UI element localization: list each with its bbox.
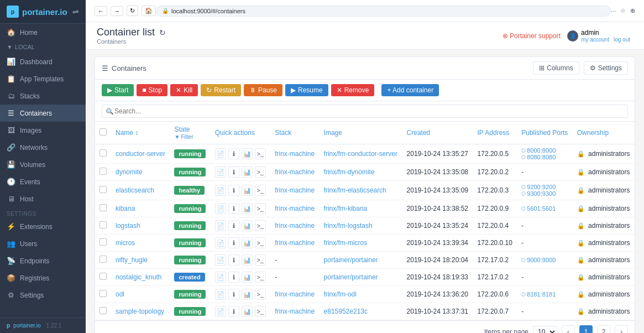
inspect-icon[interactable]: ℹ — [228, 272, 239, 283]
start-button[interactable]: ▶ Start — [102, 84, 134, 96]
admin-badge[interactable]: 👤 admin my account log out — [567, 29, 633, 43]
container-name-link[interactable]: logstash — [116, 222, 140, 230]
console-icon[interactable]: >_ — [255, 289, 266, 300]
logs-icon[interactable]: 📄 — [215, 185, 226, 196]
console-icon[interactable]: >_ — [255, 220, 266, 231]
image-link[interactable]: frinx/fm-kibana — [324, 205, 368, 212]
console-icon[interactable]: >_ — [255, 237, 266, 248]
row-checkbox[interactable] — [100, 168, 107, 175]
port-link[interactable]: ⬡8000:8000 — [521, 147, 568, 154]
row-checkbox[interactable] — [100, 238, 107, 246]
name-column-header[interactable]: Name ↕ — [111, 122, 170, 144]
extension-icon[interactable]: ⊕ — [630, 7, 635, 14]
stats-icon[interactable]: 📊 — [242, 237, 253, 248]
sidebar-item-images[interactable]: 🖼 Images — [0, 122, 86, 139]
stats-icon[interactable]: 📊 — [242, 148, 253, 159]
image-link[interactable]: e815952e213c — [324, 308, 368, 315]
browser-menu-icon[interactable]: ··· — [611, 8, 616, 14]
sidebar-item-networks[interactable]: 🔗 Networks — [0, 139, 86, 156]
sidebar-item-stacks[interactable]: 🗂 Stacks — [0, 87, 86, 105]
stack-link[interactable]: frinx-machine — [275, 186, 315, 194]
my-account-link[interactable]: my account — [581, 37, 609, 43]
console-icon[interactable]: >_ — [255, 148, 266, 159]
image-link[interactable]: portainer/portainer — [324, 273, 378, 281]
next-page-button[interactable]: › — [615, 325, 628, 333]
row-checkbox[interactable] — [100, 221, 107, 228]
inspect-icon[interactable]: ℹ — [228, 203, 239, 214]
stack-link[interactable]: frinx-machine — [275, 168, 315, 176]
stack-link[interactable]: frinx-machine — [275, 308, 315, 315]
sidebar-item-endpoints[interactable]: 📡 Endpoints — [0, 252, 86, 269]
sidebar-item-events[interactable]: 🕐 Events — [0, 173, 86, 190]
container-name-link[interactable]: conductor-server — [116, 150, 165, 158]
restart-button[interactable]: ↻ Restart — [201, 84, 241, 96]
ports-column-header[interactable]: Published Ports — [517, 122, 572, 144]
portainer-support-link[interactable]: ⊗ Portainer support — [502, 32, 561, 40]
port-link[interactable]: ⬡8181:8181 — [521, 291, 568, 298]
sidebar-item-extensions[interactable]: ⚡ Extensions — [0, 218, 86, 235]
row-checkbox[interactable] — [100, 273, 107, 280]
console-icon[interactable]: >_ — [255, 254, 266, 266]
sidebar-item-host[interactable]: 🖥 Host — [0, 190, 86, 207]
sidebar-item-users[interactable]: 👥 Users — [0, 235, 86, 252]
stats-icon[interactable]: 📊 — [242, 220, 253, 231]
port-link[interactable]: ⬡5601:5601 — [521, 205, 568, 212]
row-checkbox[interactable] — [100, 204, 107, 211]
inspect-icon[interactable]: ℹ — [228, 220, 239, 231]
stack-link[interactable]: frinx-machine — [275, 290, 315, 298]
port-link[interactable]: ⬡9000:9000 — [521, 257, 568, 263]
add-container-button[interactable]: + Add container — [381, 84, 439, 96]
image-link[interactable]: frinx/fm-micros — [324, 239, 368, 247]
stack-column-header[interactable]: Stack — [270, 122, 319, 144]
image-link[interactable]: frinx/fm-dynomite — [324, 168, 375, 176]
prev-page-button[interactable]: ‹ — [562, 325, 575, 333]
logs-icon[interactable]: 📄 — [215, 272, 226, 283]
image-link[interactable]: frinx/fm-logstash — [324, 222, 373, 230]
stats-icon[interactable]: 📊 — [242, 289, 253, 300]
forward-button[interactable]: → — [111, 6, 123, 16]
container-name-link[interactable]: dynomite — [116, 168, 143, 176]
log-out-link[interactable]: log out — [614, 37, 630, 43]
select-all-header[interactable] — [95, 122, 111, 144]
sidebar-item-registries[interactable]: 📦 Registries — [0, 269, 86, 287]
image-column-header[interactable]: Image — [320, 122, 402, 144]
image-link[interactable]: frinx/fm-odl — [324, 290, 357, 298]
console-icon[interactable]: >_ — [255, 272, 266, 283]
container-name-link[interactable]: micros — [116, 239, 135, 247]
select-all-checkbox[interactable] — [100, 128, 107, 136]
sidebar-item-dashboard[interactable]: 📊 Dashboard — [0, 53, 86, 70]
kill-button[interactable]: ✕ Kill — [170, 84, 198, 96]
stack-link[interactable]: frinx-machine — [275, 239, 315, 247]
port-link[interactable]: ⬡9300:9300 — [521, 190, 568, 197]
stats-icon[interactable]: 📊 — [242, 254, 253, 266]
created-column-header[interactable]: Created — [402, 122, 473, 144]
bookmark-icon[interactable]: ☆ — [620, 7, 626, 14]
logs-icon[interactable]: 📄 — [215, 237, 226, 248]
logs-icon[interactable]: 📄 — [215, 254, 226, 266]
console-icon[interactable]: >_ — [255, 306, 266, 317]
stats-icon[interactable]: 📊 — [242, 185, 253, 196]
inspect-icon[interactable]: ℹ — [228, 306, 239, 317]
image-link[interactable]: frinx/fm-conductor-server — [324, 150, 397, 158]
stats-icon[interactable]: 📊 — [242, 306, 253, 317]
resume-button[interactable]: ▶ Resume — [285, 84, 328, 96]
refresh-button[interactable]: ↻ — [127, 6, 138, 16]
row-checkbox[interactable] — [100, 307, 107, 314]
back-button[interactable]: ← — [95, 6, 107, 16]
per-page-select[interactable]: 10 25 50 — [533, 326, 557, 333]
inspect-icon[interactable]: ℹ — [228, 166, 239, 178]
container-name-link[interactable]: nostalgic_knuth — [116, 273, 161, 281]
columns-button[interactable]: ⊞ Columns — [533, 61, 579, 75]
console-icon[interactable]: >_ — [255, 166, 266, 178]
container-name-link[interactable]: sample-topology — [116, 308, 164, 315]
page-1-button[interactable]: 1 — [579, 325, 593, 333]
logs-icon[interactable]: 📄 — [215, 220, 226, 231]
image-link[interactable]: frinx/fm-elasticsearch — [324, 186, 386, 194]
sidebar-item-containers[interactable]: ☰ Containers — [0, 105, 86, 122]
inspect-icon[interactable]: ℹ — [228, 185, 239, 196]
stack-link[interactable]: frinx-machine — [275, 222, 315, 230]
ip-column-header[interactable]: IP Address — [473, 122, 517, 144]
sidebar-item-app-templates[interactable]: 📋 App Templates — [0, 70, 86, 87]
console-icon[interactable]: >_ — [255, 185, 266, 196]
page-2-button[interactable]: 2 — [597, 325, 610, 333]
